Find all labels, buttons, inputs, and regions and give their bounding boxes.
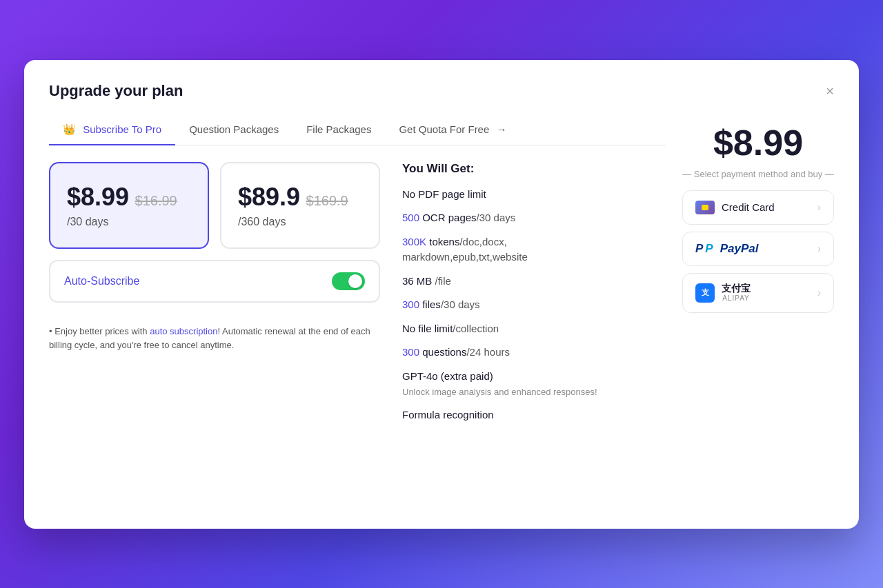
crown-icon: 👑 (63, 123, 76, 135)
content-area: $8.99 $16.99 /30 days $89.9 $169.9 (49, 162, 666, 432)
modal-overlay: Upgrade your plan × 👑 Subscribe To Pro Q… (0, 0, 883, 588)
benefit-file-size: 36 MB /file (402, 274, 666, 290)
plan-yearly-period: /360 days (238, 216, 362, 228)
paypal-label: PayPal (720, 242, 759, 256)
tab-question-packages[interactable]: Question Packages (175, 116, 292, 145)
right-section: $8.99 — Select payment method and buy — … (682, 116, 834, 432)
plan-monthly-price: $8.99 (67, 183, 129, 211)
tab-subscribe-pro[interactable]: 👑 Subscribe To Pro (49, 116, 175, 145)
plans-section: $8.99 $16.99 /30 days $89.9 $169.9 (49, 162, 380, 432)
benefit-formula: Formula recognition (402, 407, 666, 423)
chevron-right-icon: › (817, 243, 821, 255)
chevron-right-icon: › (817, 287, 821, 299)
auto-subscribe-note: • Enjoy better prices with auto subscrip… (49, 325, 380, 354)
alipay-button[interactable]: 支 支付宝 ALIPAY › (682, 273, 834, 313)
benefits-title: You Will Get: (402, 162, 666, 176)
auto-subscription-link[interactable]: auto subscription (150, 326, 217, 336)
credit-card-icon (695, 201, 715, 214)
arrow-icon: → (496, 123, 506, 135)
toggle-knob (348, 274, 362, 288)
payment-label: — Select payment method and buy — (682, 169, 834, 179)
modal-header: Upgrade your plan × (49, 82, 834, 100)
modal-title: Upgrade your plan (49, 82, 183, 100)
plan-card-monthly[interactable]: $8.99 $16.99 /30 days (49, 162, 209, 249)
plan-price-row-yearly: $89.9 $169.9 (238, 183, 362, 212)
paypal-icon: P P (695, 242, 713, 256)
payment-price: $8.99 (713, 122, 803, 163)
plan-cards: $8.99 $16.99 /30 days $89.9 $169.9 (49, 162, 380, 249)
plan-yearly-price: $89.9 (238, 183, 300, 211)
modal-body: 👑 Subscribe To Pro Question Packages Fil… (49, 116, 834, 432)
close-button[interactable]: × (826, 84, 834, 98)
tab-quota-free[interactable]: Get Quota For Free → (385, 116, 520, 145)
left-section: 👑 Subscribe To Pro Question Packages Fil… (49, 116, 666, 432)
alipay-en-label: ALIPAY (722, 294, 751, 302)
upgrade-modal: Upgrade your plan × 👑 Subscribe To Pro Q… (24, 60, 859, 529)
benefits-section: You Will Get: No PDF page limit 500 OCR … (394, 162, 666, 432)
benefit-ocr-pages: 500 OCR pages/30 days (402, 210, 666, 226)
plan-monthly-old-price: $16.99 (135, 193, 177, 208)
paypal-button[interactable]: P P PayPal › (682, 232, 834, 266)
auto-subscribe-toggle[interactable] (332, 272, 365, 290)
plan-card-yearly[interactable]: $89.9 $169.9 /360 days (220, 162, 380, 249)
alipay-zh-label: 支付宝 (722, 283, 751, 294)
payment-methods: Credit Card › P P PayPal › (682, 190, 834, 313)
benefit-gpt4o: GPT-4o (extra paid) Unlock image analysi… (402, 369, 666, 399)
benefit-no-file-limit: No file limit/collection (402, 321, 666, 337)
credit-card-button[interactable]: Credit Card › (682, 190, 834, 225)
chevron-right-icon: › (817, 201, 821, 214)
auto-subscribe-label: Auto-Subscribe (64, 275, 139, 287)
auto-subscribe-box: Auto-Subscribe (49, 260, 380, 303)
tabs-container: 👑 Subscribe To Pro Question Packages Fil… (49, 116, 666, 145)
benefit-files: 300 files/30 days (402, 297, 666, 313)
benefit-questions: 300 questions/24 hours (402, 345, 666, 361)
tab-file-packages[interactable]: File Packages (292, 116, 385, 145)
benefit-tokens: 300K tokens/doc,docx,markdown,epub,txt,w… (402, 234, 666, 265)
plan-yearly-old-price: $169.9 (306, 193, 348, 208)
credit-card-label: Credit Card (722, 201, 775, 213)
plan-monthly-period: /30 days (67, 216, 191, 228)
alipay-icon: 支 (695, 283, 715, 303)
benefit-no-pdf-limit: No PDF page limit (402, 187, 666, 203)
plan-price-row: $8.99 $16.99 (67, 183, 191, 212)
